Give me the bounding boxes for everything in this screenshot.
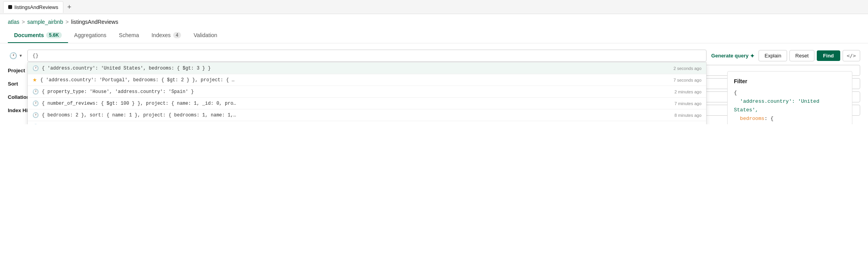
- clock-icon: 🕐: [32, 65, 39, 71]
- tab-documents-badge: 5.6K: [46, 32, 61, 38]
- find-button[interactable]: Find: [817, 50, 840, 61]
- breadcrumb-sep2: >: [66, 19, 69, 25]
- tab-schema[interactable]: Schema: [113, 28, 145, 43]
- dropdown-item-text: { property_type: 'House', 'address.count…: [42, 89, 194, 95]
- reset-button[interactable]: Reset: [789, 50, 814, 61]
- star-icon: ★: [32, 77, 37, 83]
- tab-listings[interactable]: listingsAndReviews: [3, 1, 63, 13]
- toolbar-buttons: Generate query ✦ Explain Reset Find </>: [710, 50, 860, 61]
- explain-button[interactable]: Explain: [759, 50, 787, 61]
- query-bar: 🕐 ▼ 🕐 { 'address.country': 'United State…: [8, 50, 860, 62]
- dropdown-menu: 🕐 { 'address.country': 'United States', …: [27, 62, 707, 124]
- dropdown-item-text: { number_of_reviews: { $gt: 100 } }, pro…: [42, 101, 236, 106]
- dropdown-item-text: { 'address.country': 'United States', be…: [42, 66, 211, 71]
- generate-query-button[interactable]: Generate query ✦: [710, 50, 756, 61]
- query-input-wrapper: 🕐 { 'address.country': 'United States', …: [27, 50, 707, 62]
- dropdown-item-text: { bedrooms: 2 }, sort: { name: 1 }, proj…: [42, 113, 236, 118]
- sparkle-icon: ✦: [750, 53, 755, 59]
- dropdown-item-text: { 'address.country': 'Portugal', bedroom…: [40, 77, 235, 83]
- clock-icon: 🕐: [32, 124, 39, 124]
- list-item[interactable]: 🕐 { bedrooms: 2 } 10 minutes ago: [28, 121, 706, 124]
- breadcrumb-current: listingsAndReviews: [71, 19, 118, 25]
- tab-indexes-badge: 4: [173, 32, 181, 38]
- dropdown-item-time: 7 seconds ago: [674, 78, 702, 82]
- dropdown-item-time: 2 minutes ago: [674, 89, 701, 94]
- filter-code: { 'address.country': 'United States', be…: [734, 89, 846, 124]
- dropdown-item-time: 7 minutes ago: [674, 101, 701, 106]
- query-history-button[interactable]: 🕐 ▼: [8, 50, 24, 62]
- breadcrumb-atlas[interactable]: atlas: [8, 19, 20, 25]
- dropdown-item-time: 2 seconds ago: [674, 66, 702, 71]
- tab-schema-label: Schema: [119, 32, 139, 38]
- dropdown-item-text: { bedrooms: 2 }: [42, 124, 84, 125]
- main-content: 🕐 ▼ 🕐 { 'address.country': 'United State…: [0, 43, 868, 124]
- list-item[interactable]: 🕐 { 'address.country': 'United States', …: [28, 63, 706, 74]
- tab-indexes-label: Indexes: [151, 32, 170, 38]
- filter-panel-title: Filter: [734, 77, 846, 86]
- tab-add-button[interactable]: +: [65, 4, 74, 11]
- nav-tabs: Documents 5.6K Aggregations Schema Index…: [0, 28, 868, 43]
- dropdown-item-time: 8 minutes ago: [674, 113, 701, 118]
- tab-aggregations[interactable]: Aggregations: [68, 28, 113, 43]
- breadcrumb-sep1: >: [22, 19, 25, 25]
- clock-icon: 🕐: [32, 89, 39, 95]
- tab-label: listingsAndReviews: [14, 4, 58, 10]
- tab-bar: listingsAndReviews +: [0, 0, 868, 14]
- tab-documents[interactable]: Documents 5.6K: [8, 28, 68, 43]
- code-button[interactable]: </>: [843, 50, 860, 61]
- generate-query-label: Generate query: [711, 53, 748, 59]
- tab-validation-label: Validation: [194, 32, 217, 38]
- tab-aggregations-label: Aggregations: [74, 32, 107, 38]
- tab-icon: [8, 5, 12, 9]
- filter-panel: Filter { 'address.country': 'United Stat…: [727, 71, 852, 124]
- dropdown-arrow: ▼: [19, 54, 23, 58]
- tab-validation[interactable]: Validation: [187, 28, 223, 43]
- clock-icon: 🕐: [9, 52, 17, 59]
- list-item[interactable]: 🕐 { number_of_reviews: { $gt: 100 } }, p…: [28, 98, 706, 109]
- list-item[interactable]: 🕐 { property_type: 'House', 'address.cou…: [28, 86, 706, 98]
- breadcrumb-sample-airbnb[interactable]: sample_airbnb: [27, 19, 63, 25]
- tab-indexes[interactable]: Indexes 4: [145, 28, 187, 43]
- list-item[interactable]: ★ { 'address.country': 'Portugal', bedro…: [28, 74, 706, 86]
- list-item[interactable]: 🕐 { bedrooms: 2 }, sort: { name: 1 }, pr…: [28, 109, 706, 121]
- tab-documents-label: Documents: [14, 32, 44, 38]
- breadcrumb: atlas > sample_airbnb > listingsAndRevie…: [0, 14, 868, 28]
- clock-icon: 🕐: [32, 100, 39, 106]
- clock-icon: 🕐: [32, 112, 39, 118]
- query-input[interactable]: [27, 50, 707, 62]
